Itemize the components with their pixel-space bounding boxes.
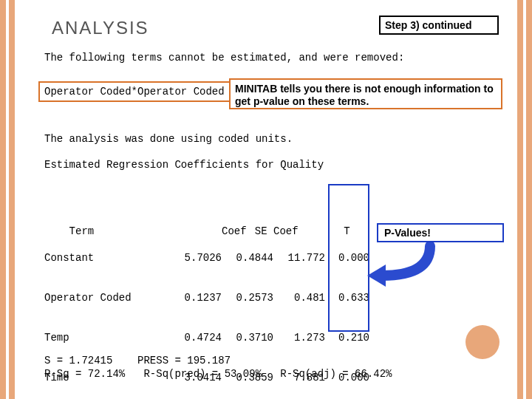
summary-stats-line-2: R-Sq = 72.14% R-Sq(pred) = 53.09% R-Sq(a… xyxy=(44,368,392,380)
decor-stripe xyxy=(0,0,6,399)
col-coef: Coef xyxy=(195,225,247,238)
coefficients-table: TermCoefSE CoefTP Constant5.70260.484411… xyxy=(44,185,395,399)
decor-circle xyxy=(466,325,499,359)
coded-units-line: The analysis was done using coded units. xyxy=(44,133,293,145)
pvalues-callout: P-Values! xyxy=(377,223,504,242)
svg-marker-0 xyxy=(367,265,386,287)
estimated-coefs-heading: Estimated Regression Coefficients for Qu… xyxy=(44,159,324,171)
col-se: SE Coef xyxy=(247,225,299,238)
removed-terms-intro: The following terms cannot be estimated,… xyxy=(44,52,404,64)
step-label-box: Step 3) continued xyxy=(379,16,499,35)
table-row: Constant5.70260.484411.7720.000 xyxy=(44,251,395,265)
page-title: ANALYSIS xyxy=(52,18,149,38)
decor-stripe xyxy=(517,0,523,399)
minitab-note-callout: MINITAB tells you there is not enough in… xyxy=(229,78,502,109)
table-row: Temp0.47240.37101.2730.210 xyxy=(44,331,395,344)
col-term: Term xyxy=(69,225,195,238)
arrow-icon xyxy=(364,242,445,294)
table-row: Operator Coded0.12370.25730.4810.633 xyxy=(44,291,395,304)
table-header-row: TermCoefSE CoefTP xyxy=(44,211,395,225)
summary-stats-line-1: S = 1.72415 PRESS = 195.187 xyxy=(44,355,231,366)
decor-stripe xyxy=(9,0,15,399)
col-t: T xyxy=(299,225,350,238)
decor-stripe xyxy=(526,0,532,399)
removed-term-highlight: Operator Coded*Operator Coded xyxy=(38,81,231,102)
